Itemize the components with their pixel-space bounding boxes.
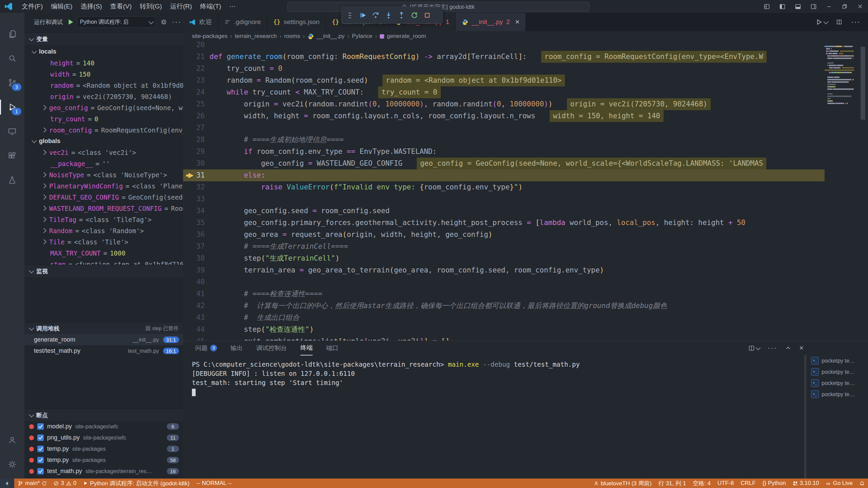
window-close-button[interactable] xyxy=(852,0,868,13)
terminal-session-item[interactable]: >_pocketpy te… xyxy=(808,366,868,378)
stop-button[interactable] xyxy=(421,9,434,22)
variable-row[interactable]: origin=vec2i(7205730, 9024468) xyxy=(24,91,183,102)
breadcrumb-item[interactable]: rooms xyxy=(284,33,300,40)
remote-indicator[interactable] xyxy=(0,479,14,488)
sidebar-item-settings[interactable] xyxy=(0,454,24,474)
menu-item-⋯[interactable]: ⋯ xyxy=(225,0,240,13)
breakpoint-checkbox[interactable] xyxy=(37,468,44,474)
toggle-panel-icon[interactable] xyxy=(790,0,806,13)
window-minimize-button[interactable] xyxy=(821,0,837,13)
tab-__init__.py[interactable]: __init__.py2× xyxy=(456,13,526,31)
variable-row[interactable]: height=140 xyxy=(24,57,183,68)
breakpoint-row[interactable]: temp.pysite-packages1 xyxy=(24,443,183,454)
breakpoint-row[interactable]: png_utils.pysite-packages\wfc11 xyxy=(24,432,183,443)
variable-row[interactable]: room_config=RoomRequestConfig(env_t… xyxy=(24,124,183,136)
variable-row[interactable]: WASTELAND_ROOM_REQUEST_CONFIG=RoomR… xyxy=(24,203,183,214)
panel-more-actions-icon[interactable]: ··· xyxy=(768,344,777,352)
variable-row[interactable]: width=150 xyxy=(24,68,183,80)
menu-item-文件F[interactable]: 文件(F) xyxy=(18,0,47,13)
status-python-version[interactable]: 3.10.10 xyxy=(789,479,823,488)
breadcrumb-item[interactable]: site-packages xyxy=(192,33,228,40)
callstack-frame[interactable]: test/test_math.pytest_math.py16:1 xyxy=(24,345,183,357)
status-debug-config[interactable]: Python 调试程序: 启动文件 (godot-ldtk) xyxy=(80,479,193,488)
menu-item-终端T[interactable]: 终端(T) xyxy=(196,0,225,13)
terminal-session-item[interactable]: >_pocketpy te… xyxy=(808,355,868,366)
breadcrumb-item[interactable]: __init__.py xyxy=(317,33,344,40)
variable-row[interactable]: Tile=<class 'Tile'> xyxy=(24,236,183,247)
terminal-output[interactable]: PS C:\computer_science\godot-ldtk\site-p… xyxy=(192,360,795,396)
close-icon[interactable]: × xyxy=(515,18,520,26)
callstack-frame[interactable]: generate_room__init__.py31:1 xyxy=(24,334,183,345)
toggle-secondary-sidebar-icon[interactable] xyxy=(806,0,821,13)
variable-row[interactable]: Random=<class 'Random'> xyxy=(24,225,183,236)
menu-item-查看V[interactable]: 查看(V) xyxy=(106,0,136,13)
variables-scope-locals[interactable]: locals xyxy=(24,46,183,57)
tab-settings.json[interactable]: {}settings.json xyxy=(267,13,326,31)
status-git-author[interactable]: blueloveTH (3 周前) xyxy=(590,479,655,488)
breadcrumb-item[interactable]: Pylance xyxy=(352,33,372,40)
sidebar-item-search[interactable] xyxy=(0,48,24,68)
terminal-session-item[interactable]: >_pocketpy te… xyxy=(808,389,868,400)
sidebar-item-testing[interactable] xyxy=(0,170,24,190)
sidebar-item-account[interactable] xyxy=(0,430,24,450)
breakpoint-checkbox[interactable] xyxy=(37,434,44,441)
editor-scrollbar[interactable] xyxy=(861,47,865,120)
status-indentation[interactable]: 空格: 4 xyxy=(689,479,714,488)
variable-row[interactable]: DEFAULT_GEO_CONFIG=GeoConfig(seed=1… xyxy=(24,191,183,203)
status-language[interactable]: {} Python xyxy=(759,479,789,488)
breadcrumb-item[interactable]: generate_room xyxy=(387,33,426,40)
status-eol[interactable]: CRLF xyxy=(737,479,759,488)
breakpoint-row[interactable]: model.pysite-packages\wfc6 xyxy=(24,421,183,432)
tab-欢迎[interactable]: 欢迎 xyxy=(183,13,218,31)
step-into-button[interactable] xyxy=(382,9,395,22)
launch-config-dropdown[interactable]: Python 调试程序: 启 xyxy=(77,16,156,28)
step-over-button[interactable] xyxy=(369,9,382,22)
minimap[interactable] xyxy=(825,41,854,341)
run-python-file-button[interactable] xyxy=(816,19,827,25)
status-problems[interactable]: 30 xyxy=(50,479,80,488)
panel-tab-问题[interactable]: 问题3 xyxy=(195,341,217,355)
menu-item-运行R[interactable]: 运行(R) xyxy=(166,0,196,13)
editor-more-actions-icon[interactable]: ··· xyxy=(851,18,861,26)
code-editor[interactable]: 2021def generate_room(room_config: RoomR… xyxy=(183,41,825,341)
status-branch[interactable]: main* xyxy=(14,479,50,488)
variable-row[interactable]: vec2i=<class 'vec2i'> xyxy=(24,147,183,158)
tab-.gdignore[interactable]: .gdignore xyxy=(218,13,267,31)
panel-resize-handle[interactable] xyxy=(804,355,806,479)
breakpoint-row[interactable]: temp.pysite-packages58 xyxy=(24,454,183,466)
status-notifications[interactable] xyxy=(856,479,868,488)
sidebar-item-run-debug[interactable]: 1 xyxy=(0,97,24,117)
terminal-layout-icon[interactable] xyxy=(749,345,760,351)
breakpoints-section-header[interactable]: 断点 xyxy=(24,409,183,421)
panel-maximize-icon[interactable] xyxy=(785,345,791,351)
variables-section-header[interactable]: 变量 xyxy=(24,33,183,45)
status-vim-mode[interactable]: -- NORMAL -- xyxy=(193,479,235,488)
status-cursor-position[interactable]: 行 31, 列 1 xyxy=(655,479,689,488)
sidebar-item-extensions[interactable] xyxy=(0,146,24,166)
panel-tab-终端[interactable]: 终端 xyxy=(300,341,313,355)
continue-button[interactable] xyxy=(356,9,369,22)
breakpoint-checkbox[interactable] xyxy=(37,423,44,430)
step-out-button[interactable] xyxy=(395,9,408,22)
sidebar-item-source-control[interactable]: 3 xyxy=(0,73,24,93)
status-encoding[interactable]: UTF-8 xyxy=(714,479,737,488)
panel-close-icon[interactable]: × xyxy=(799,344,804,352)
breakpoint-checkbox[interactable] xyxy=(37,446,44,452)
menu-item-编辑E[interactable]: 编辑(E) xyxy=(47,0,76,13)
variable-row[interactable]: try_count=0 xyxy=(24,113,183,124)
window-restore-button[interactable] xyxy=(837,0,852,13)
variable-row[interactable]: __package__='' xyxy=(24,158,183,169)
variable-row[interactable]: MAX_TRY_COUNT=1000 xyxy=(24,247,183,259)
status-go-live[interactable]: Go Live xyxy=(822,479,856,488)
menu-item-转到G[interactable]: 转到(G) xyxy=(136,0,166,13)
callstack-section-header[interactable]: 调用堆栈 因 step 已暂停 xyxy=(24,322,183,334)
restart-button[interactable] xyxy=(408,9,421,22)
variable-row[interactable]: NoiseType=<class 'NoiseType'> xyxy=(24,169,183,180)
breakpoint-checkbox[interactable] xyxy=(37,457,44,463)
start-debugging-button[interactable] xyxy=(67,18,74,26)
terminal-session-item[interactable]: >_pocketpy te… xyxy=(808,378,868,389)
panel-tab-调试控制台[interactable]: 调试控制台 xyxy=(256,341,287,355)
variables-scope-globals[interactable]: globals xyxy=(24,136,183,147)
views-more-actions-icon[interactable]: ··· xyxy=(172,18,181,26)
customize-layout-icon[interactable] xyxy=(759,0,774,13)
